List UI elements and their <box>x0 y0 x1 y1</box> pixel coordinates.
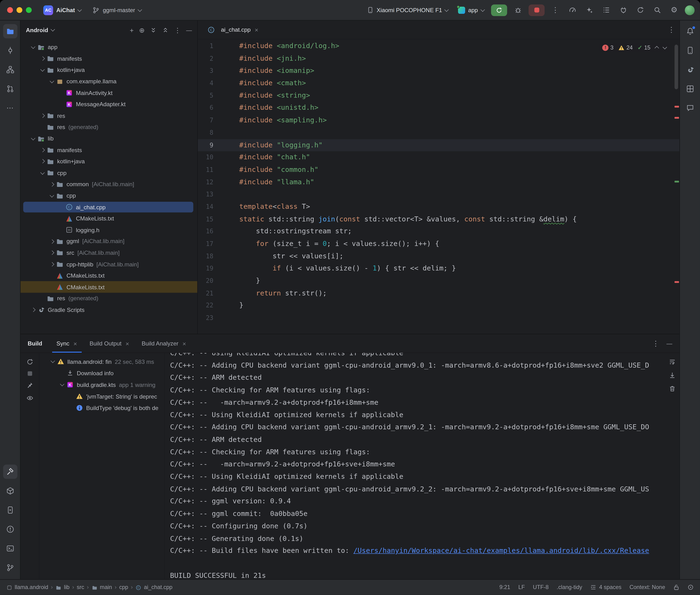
plugins-icon[interactable] <box>617 4 629 16</box>
next-problem-icon[interactable] <box>663 45 667 49</box>
code-line[interactable]: 16 std::ostringstream str; <box>198 225 679 238</box>
console-line[interactable]: C/C++: -- Adding CPU backend variant ggm… <box>170 483 665 495</box>
todo-icon[interactable] <box>600 4 612 16</box>
console-line[interactable]: C/C++: -- Checking for ARM features usin… <box>170 384 665 397</box>
structure-tool-button[interactable] <box>3 62 17 77</box>
code-line[interactable]: 23 <box>198 312 679 324</box>
chevron-right-icon[interactable] <box>47 263 56 266</box>
code-line[interactable]: 5#include <string> <box>198 89 679 102</box>
code-area[interactable]: 1#include <android/log.h>2#include <jni.… <box>198 39 679 334</box>
tree-item-res[interactable]: res(generated) <box>21 121 197 133</box>
build-tree-item[interactable]: 'jvmTarget: String' is deprec <box>39 391 164 402</box>
tree-item-kotlin-java[interactable]: kotlin+java <box>21 156 197 167</box>
chevron-down-icon[interactable] <box>51 27 55 31</box>
analysis-mark[interactable] <box>674 181 679 182</box>
project-view-mode[interactable]: Android <box>26 27 48 33</box>
code-line[interactable]: 21 return str.str(); <box>198 287 679 300</box>
code-line[interactable]: 11#include "common.h" <box>198 164 679 176</box>
code-line[interactable]: 10#include "chat.h" <box>198 151 679 164</box>
chevron-down-icon[interactable] <box>58 384 66 386</box>
tree-item-cmakelists-txt[interactable]: CMakeLists.txt <box>21 270 197 281</box>
chevron-right-icon[interactable] <box>38 114 47 117</box>
tree-item-com-example-llama[interactable]: com.example.llama <box>21 76 197 87</box>
tree-item-cpp[interactable]: cpp <box>21 190 197 201</box>
tree-item-manifests[interactable]: manifests <box>21 144 197 156</box>
tree-item-ai-chat-cpp[interactable]: Cai_chat.cpp <box>21 201 197 213</box>
previous-problem-icon[interactable] <box>655 46 659 50</box>
tree-item-ggml[interactable]: ggml[AiChat.lib.main] <box>21 236 197 247</box>
ai-assistant-icon[interactable] <box>583 4 595 16</box>
console-line[interactable]: C/C++: -- ggml version: 0.9.4 <box>170 495 665 508</box>
run-options-kebab[interactable]: ⋮ <box>549 4 561 16</box>
chevron-down-icon[interactable] <box>29 138 37 140</box>
chevron-right-icon[interactable] <box>38 57 47 60</box>
hide-panel-icon[interactable]: — <box>186 27 192 33</box>
chevron-down-icon[interactable] <box>47 81 56 82</box>
sync-gradle-icon[interactable] <box>634 4 646 16</box>
close-tab-icon[interactable]: × <box>125 340 129 347</box>
tree-item-cmakelists-txt[interactable]: CMakeLists.txt <box>21 281 197 293</box>
build-tree-item[interactable]: llama.android: fin22 sec, 583 ms <box>39 356 164 367</box>
warning-count[interactable]: 24 <box>618 44 633 51</box>
code-line[interactable]: 13 <box>198 188 679 201</box>
pull-requests-tool-button[interactable] <box>3 82 17 96</box>
rerun-app-button[interactable] <box>491 4 507 16</box>
run-configuration-selector[interactable]: app <box>455 5 486 16</box>
status-indicator-icon[interactable] <box>688 584 694 590</box>
clang-tidy-widget[interactable]: .clang-tidy <box>557 584 582 590</box>
tab-options-kebab[interactable]: ⋮ <box>668 26 675 33</box>
tab-build-analyzer[interactable]: Build Analyzer× <box>137 334 191 352</box>
resync-icon[interactable] <box>26 358 33 366</box>
tree-item-res[interactable]: res <box>21 110 197 121</box>
build-console[interactable]: C/C++: -- Using KleidiAI optimized kerne… <box>164 353 665 579</box>
code-line[interactable]: 15static std::string join(const std::vec… <box>198 213 679 225</box>
tree-item-res[interactable]: res(generated) <box>21 293 197 304</box>
build-panel-options-kebab[interactable]: ⋮ <box>652 340 659 347</box>
console-line[interactable]: BUILD SUCCESSFUL in 21s <box>170 570 665 579</box>
search-everywhere-icon[interactable] <box>651 4 663 16</box>
collapse-all-icon[interactable] <box>162 27 169 33</box>
code-line[interactable]: 14template<class T> <box>198 201 679 213</box>
debug-button[interactable] <box>512 4 524 16</box>
error-count[interactable]: !3 <box>603 44 614 51</box>
running-devices-tool-button[interactable] <box>3 503 17 517</box>
tree-item-src[interactable]: src[AiChat.lib.main] <box>21 247 197 259</box>
chevron-right-icon[interactable] <box>47 183 56 186</box>
close-tab-icon[interactable]: × <box>73 340 77 347</box>
console-line[interactable]: C/C++: -- -march=armv9.2-a+dotprod+fp16+… <box>170 397 665 409</box>
chevron-right-icon[interactable] <box>47 251 56 254</box>
breadcrumb-item[interactable]: lib <box>56 584 69 590</box>
chevron-right-icon[interactable] <box>38 160 47 163</box>
breadcrumb-item[interactable]: llama.android <box>6 584 48 590</box>
tree-item-cpp[interactable]: cpp <box>21 167 197 178</box>
tab-build-output[interactable]: Build Output× <box>85 334 134 352</box>
stop-app-button[interactable] <box>529 4 544 16</box>
tree-item-cmakelists-txt[interactable]: CMakeLists.txt <box>21 213 197 224</box>
terminal-tool-button[interactable] <box>3 541 17 556</box>
breadcrumb-item[interactable]: Cai_chat.cpp <box>136 584 172 590</box>
tree-item-app[interactable]: app <box>21 41 197 53</box>
breadcrumb-item[interactable]: main <box>91 584 112 590</box>
editor-scrollbar[interactable] <box>674 45 678 89</box>
line-separator[interactable]: LF <box>518 584 525 590</box>
console-line[interactable]: C/C++: -- ggml commit: 0a0bba05e <box>170 508 665 520</box>
analysis-mark[interactable] <box>674 117 679 119</box>
code-line[interactable]: 20 } <box>198 275 679 287</box>
layout-inspector-button[interactable] <box>683 82 697 96</box>
panel-options-kebab[interactable]: ⋮ <box>174 27 181 33</box>
build-tree-item[interactable]: Download info <box>39 367 164 379</box>
context-widget[interactable]: Context: None <box>629 584 665 590</box>
build-tool-button[interactable] <box>3 464 17 479</box>
build-tree-item[interactable]: Kbuild.gradle.ktsapp 1 warning <box>39 379 164 391</box>
editor-tab-ai-chat-cpp[interactable]: C ai_chat.cpp × <box>202 21 264 39</box>
console-line[interactable]: C/C++: -- Using KleidiAI optimized kerne… <box>170 471 665 483</box>
hide-build-panel-icon[interactable]: — <box>666 340 672 346</box>
code-line[interactable]: 18 str << values[i]; <box>198 250 679 263</box>
caret-position[interactable]: 9:21 <box>500 584 510 590</box>
passed-count[interactable]: ✓15 <box>638 44 650 51</box>
dependencies-tool-button[interactable] <box>3 484 17 498</box>
chevron-down-icon[interactable] <box>38 69 47 71</box>
settings-gear-icon[interactable]: ⚙ <box>668 4 680 16</box>
tree-item-logging-h[interactable]: Hlogging.h <box>21 224 197 236</box>
code-line[interactable]: 17 for (size_t i = 0; i < values.size();… <box>198 238 679 250</box>
